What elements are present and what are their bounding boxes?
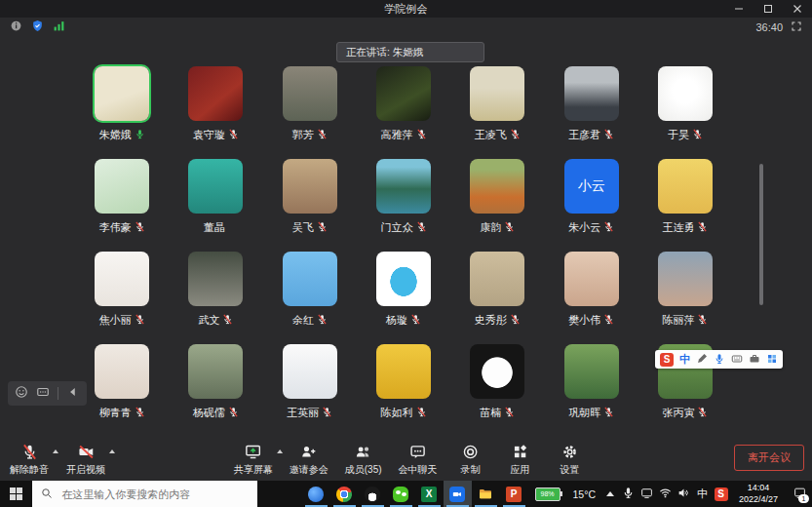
- participant-cell: 杨璇: [357, 247, 450, 339]
- participant-avatar[interactable]: [283, 159, 337, 214]
- chrome-taskbar-icon[interactable]: [330, 481, 359, 507]
- participant-avatar[interactable]: [564, 252, 619, 306]
- weather-widget[interactable]: 15°C: [564, 488, 600, 500]
- participant-avatar[interactable]: [188, 252, 243, 306]
- participant-avatar[interactable]: [658, 66, 713, 121]
- toolbar-button-mic-muted[interactable]: 解除静音: [10, 444, 49, 477]
- participant-avatar[interactable]: [658, 252, 713, 306]
- toolbar-button-share-screen[interactable]: 共享屏幕: [234, 444, 273, 477]
- search-input[interactable]: [59, 488, 249, 501]
- participant-avatar[interactable]: [188, 344, 243, 399]
- participant-avatar[interactable]: [564, 344, 619, 399]
- caret-up-icon[interactable]: [109, 449, 115, 453]
- tray-pen-device[interactable]: [638, 481, 656, 507]
- sogou-input-bar: S 中: [655, 350, 783, 369]
- mic-status-icon: [416, 221, 427, 234]
- close-button[interactable]: [783, 0, 812, 18]
- participant-avatar[interactable]: [283, 252, 337, 306]
- participant-avatar[interactable]: [564, 66, 619, 121]
- participant-name: 王凌飞: [475, 128, 507, 142]
- tray-microphone[interactable]: [619, 481, 638, 507]
- toolbar-button-settings[interactable]: 设置: [554, 444, 587, 477]
- meeting-info-icon[interactable]: [10, 19, 22, 36]
- participant-avatar[interactable]: [95, 159, 149, 214]
- collapse-arrow-icon[interactable]: [66, 385, 80, 403]
- participant-name: 史秀彤: [475, 313, 507, 328]
- participant-avatar[interactable]: [376, 344, 431, 399]
- taskbar-search[interactable]: [32, 481, 257, 507]
- participant-name: 巩朝晖: [568, 406, 600, 420]
- action-center-button[interactable]: 1: [787, 481, 812, 507]
- participant-avatar[interactable]: [376, 66, 431, 121]
- grid-scrollbar[interactable]: [759, 164, 763, 305]
- task-view-button[interactable]: [280, 481, 302, 507]
- taskbar-clock[interactable]: 14:04 2022/4/27: [730, 483, 787, 505]
- mic-status-icon: [317, 314, 328, 327]
- participant-avatar[interactable]: [470, 66, 524, 121]
- emoji-reaction-icon[interactable]: [15, 385, 28, 403]
- window-title: 学院例会: [385, 2, 428, 17]
- start-button[interactable]: [0, 481, 32, 507]
- sogou-logo-icon[interactable]: S: [660, 353, 674, 367]
- input-lang-zhong[interactable]: 中: [679, 352, 690, 367]
- participant-avatar[interactable]: [283, 344, 337, 399]
- participant-name: 高雅萍: [381, 128, 413, 142]
- powerpoint-taskbar-icon[interactable]: P: [500, 481, 528, 507]
- toolbar-button-apps[interactable]: 应用: [504, 444, 537, 477]
- fullscreen-icon[interactable]: [791, 19, 802, 36]
- skin-grid-icon[interactable]: [766, 351, 778, 369]
- handwriting-pen-icon[interactable]: [696, 351, 708, 369]
- participant-avatar[interactable]: [376, 252, 431, 306]
- voice-input-icon[interactable]: [714, 351, 725, 369]
- maximize-button[interactable]: [754, 0, 783, 18]
- toolbar-button-chat[interactable]: 会中聊天: [399, 444, 438, 477]
- toolbar-button-label: 邀请参会: [290, 463, 329, 477]
- battery-status[interactable]: 98%: [528, 486, 564, 503]
- soft-keyboard-icon[interactable]: [731, 351, 743, 369]
- participant-avatar[interactable]: [95, 66, 149, 121]
- wechat-taskbar-icon[interactable]: [387, 481, 415, 507]
- cortana-button[interactable]: [257, 481, 280, 507]
- toolbar-button-icon: [462, 444, 479, 460]
- toolbar-button-label: 设置: [561, 463, 580, 477]
- participant-cell: 李伟豪: [75, 154, 169, 247]
- toolbar-button-invite[interactable]: 邀请参会: [290, 444, 329, 477]
- excel-taskbar-icon[interactable]: X: [415, 481, 444, 507]
- tray-overflow-button[interactable]: [600, 481, 619, 507]
- participant-avatar[interactable]: [95, 344, 149, 399]
- tray-volume[interactable]: [675, 481, 693, 507]
- participant-avatar[interactable]: [470, 159, 524, 214]
- minimize-button[interactable]: [724, 0, 754, 18]
- toolbar-button-icon: [355, 444, 371, 460]
- tray-input-language[interactable]: 中: [693, 481, 712, 507]
- participant-avatar[interactable]: 小云: [564, 159, 619, 214]
- participant-avatar[interactable]: [470, 344, 524, 399]
- security-shield-icon[interactable]: [31, 19, 44, 36]
- meeting-taskbar-icon[interactable]: [444, 481, 472, 507]
- tray-sogou[interactable]: S: [712, 481, 730, 507]
- tray-network[interactable]: [656, 481, 675, 507]
- toolbox-icon[interactable]: [749, 351, 760, 369]
- caret-up-icon[interactable]: [277, 449, 283, 453]
- participant-avatar[interactable]: [658, 159, 713, 214]
- mic-status-icon: [510, 129, 521, 141]
- participant-avatar[interactable]: [283, 66, 337, 121]
- participant-avatar[interactable]: [376, 159, 431, 214]
- participant-avatar[interactable]: [188, 159, 243, 214]
- participant-avatar[interactable]: [188, 66, 243, 121]
- participant-name: 于昊: [668, 128, 689, 142]
- participant-avatar[interactable]: [470, 252, 524, 306]
- qq-taskbar-icon[interactable]: [359, 481, 387, 507]
- mic-status-icon: [697, 407, 708, 419]
- leave-meeting-button[interactable]: 离开会议: [734, 445, 804, 471]
- participant-name: 苗楠: [480, 406, 501, 420]
- toolbar-button-camera-muted[interactable]: 开启视频: [66, 444, 105, 477]
- toolbar-button-members[interactable]: 成员(35): [345, 444, 382, 477]
- file-explorer-taskbar-icon[interactable]: [472, 481, 500, 507]
- caret-up-icon[interactable]: [53, 449, 58, 453]
- participant-avatar[interactable]: [95, 252, 149, 306]
- toolbar-button-record[interactable]: 录制: [454, 444, 487, 477]
- quick-caption-icon[interactable]: [36, 385, 50, 403]
- blue-browser-taskbar-icon[interactable]: [302, 481, 330, 507]
- meeting-icon: [449, 487, 465, 502]
